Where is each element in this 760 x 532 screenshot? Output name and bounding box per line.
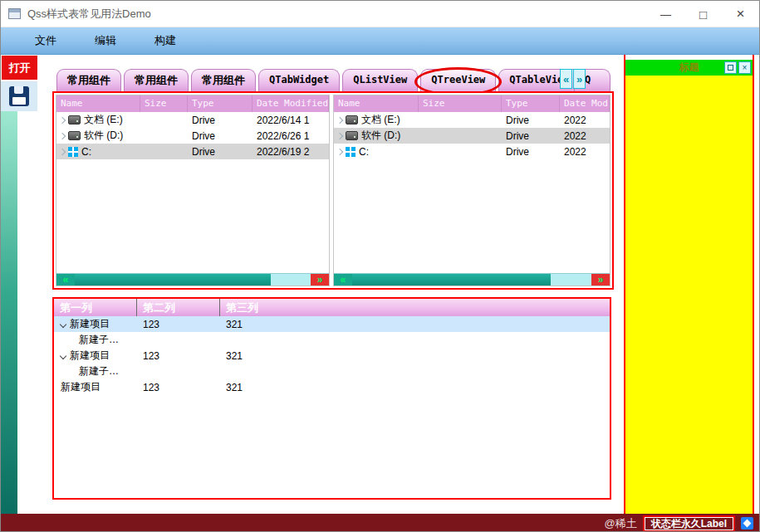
juejin-logo-icon <box>741 517 753 530</box>
branch-chevron-icon[interactable] <box>336 116 343 123</box>
watermark-text: @稀土 <box>604 516 636 531</box>
lower-tree-header: 第一列 第二列 第三列 <box>54 299 610 316</box>
scroll-handle[interactable] <box>75 274 271 286</box>
open-button[interactable]: 打开 <box>2 56 37 80</box>
menu-item-file[interactable]: 文件 <box>16 28 76 53</box>
header-cell-size[interactable]: Size <box>140 95 188 112</box>
name-cell: 文档 (E:) <box>334 112 419 128</box>
scroll-track[interactable] <box>75 274 311 286</box>
branch-expanded-icon[interactable] <box>60 352 66 359</box>
value-cell: 123 <box>137 319 220 330</box>
size-cell <box>140 128 188 144</box>
tab-qtreeview[interactable]: QTreeView <box>420 69 496 91</box>
header-cell-col1[interactable]: 第一列 <box>54 299 137 316</box>
size-cell <box>140 144 188 159</box>
column-header: Name Size Type Date Modified <box>56 95 329 112</box>
dock-content <box>625 76 753 514</box>
drive-icon <box>346 115 358 124</box>
drive-icon <box>68 115 81 124</box>
header-cell-type[interactable]: Type <box>502 95 560 112</box>
tree-row-selected[interactable]: 软件 (D:) Drive 2022 <box>334 128 610 144</box>
tab-bar: 常用组件 常用组件 常用组件 QTabWidget QListView QTre… <box>52 64 614 91</box>
type-cell: Drive <box>188 144 253 159</box>
name-cell: C: <box>334 144 419 159</box>
menu-item-build[interactable]: 构建 <box>135 28 195 53</box>
tab-scroll-right-button[interactable]: » <box>573 69 586 89</box>
type-cell: Drive <box>188 128 253 144</box>
tree-row[interactable]: 文档 (E:) Drive 2022/6/14 1 <box>56 112 329 128</box>
maximize-button[interactable]: □ <box>684 1 722 27</box>
scroll-left-button[interactable]: « <box>334 274 352 286</box>
header-cell-date[interactable]: Date Modified <box>560 95 610 112</box>
app-window: Qss样式表常见用法Demo — □ × 文件 编辑 构建 打开 常用组件 常用… <box>0 0 760 532</box>
tree-row[interactable]: 文档 (E:) Drive 2022 <box>334 112 610 128</box>
scroll-right-button[interactable]: » <box>311 274 329 286</box>
scroll-right-button[interactable]: » <box>591 274 610 286</box>
branch-chevron-icon[interactable] <box>336 132 343 139</box>
column-header: Name Size Type Date Modified <box>334 95 610 112</box>
branch-chevron-icon[interactable] <box>59 116 66 123</box>
tab-common-widgets-2[interactable]: 常用组件 <box>124 69 189 91</box>
tab-common-widgets-3[interactable]: 常用组件 <box>191 69 256 91</box>
save-button[interactable] <box>1 81 37 111</box>
dock-close-button[interactable]: × <box>738 61 751 74</box>
branch-chevron-icon[interactable] <box>59 148 66 154</box>
dock-titlebar[interactable]: 标题 × <box>625 60 753 76</box>
tree-row[interactable]: C: Drive 2022 <box>334 144 610 159</box>
scroll-left-button[interactable]: « <box>56 274 75 286</box>
value-cell: 123 <box>137 350 220 362</box>
branch-expanded-icon[interactable] <box>60 320 66 327</box>
window-controls: — □ × <box>647 1 759 27</box>
tab-qtabwidget[interactable]: QTabWidget <box>258 69 340 91</box>
tree-row[interactable]: 软件 (D:) Drive 2022/6/26 1 <box>56 128 329 144</box>
header-cell-size[interactable]: Size <box>419 95 502 112</box>
tree-row[interactable]: 新建子… <box>54 364 610 379</box>
tree-view-left: Name Size Type Date Modified 文档 (E:) Dri… <box>56 95 330 286</box>
window-title: Qss样式表常见用法Demo <box>27 7 151 22</box>
date-cell: 2022/6/19 2 <box>253 144 329 159</box>
size-cell <box>140 112 188 128</box>
scroll-track[interactable] <box>352 274 591 286</box>
tab-qtreeview-label: QTreeView <box>431 74 485 85</box>
tree-row[interactable]: 新建子… <box>54 332 610 348</box>
tree-empty-area <box>56 159 329 273</box>
float-icon <box>728 65 733 71</box>
drive-icon <box>68 131 81 140</box>
tree-row[interactable]: 新建项目 123 321 <box>54 348 610 364</box>
type-cell: Drive <box>502 112 560 128</box>
scroll-handle[interactable] <box>352 274 551 286</box>
tree-row[interactable]: 新建项目 123 321 <box>54 379 610 395</box>
value-cell: 321 <box>220 350 610 362</box>
row-label: C: <box>81 146 91 158</box>
central-area: 常用组件 常用组件 常用组件 QTabWidget QListView QTre… <box>39 55 624 514</box>
minimize-button[interactable]: — <box>647 1 684 27</box>
header-cell-name[interactable]: Name <box>334 95 419 112</box>
branch-chevron-icon[interactable] <box>336 148 343 154</box>
tab-common-widgets-1[interactable]: 常用组件 <box>56 69 121 91</box>
row-label: 软件 (D:) <box>84 129 123 143</box>
tree-row-selected[interactable]: C: Drive 2022/6/19 2 <box>56 144 329 159</box>
dock-float-button[interactable] <box>724 61 737 74</box>
item-cell: 新建子… <box>54 332 137 348</box>
tab-scrollers: « » <box>560 69 586 89</box>
header-cell-type[interactable]: Type <box>188 95 253 112</box>
header-cell-name[interactable]: Name <box>56 95 140 112</box>
date-cell: 2022/6/14 1 <box>253 112 329 128</box>
header-cell-date[interactable]: Date Modified <box>253 95 329 112</box>
windows-logo-icon <box>346 147 355 157</box>
title-bar: Qss样式表常见用法Demo — □ × <box>1 1 759 27</box>
name-cell: C: <box>56 144 140 159</box>
windows-logo-icon <box>68 147 78 157</box>
tree-row-selected[interactable]: 新建项目 123 321 <box>54 316 610 332</box>
name-cell: 软件 (D:) <box>56 128 140 144</box>
tab-qlistview[interactable]: QListView <box>342 69 418 91</box>
header-cell-col2[interactable]: 第二列 <box>137 299 220 316</box>
menu-item-edit[interactable]: 编辑 <box>76 28 135 53</box>
branch-chevron-icon[interactable] <box>59 132 66 139</box>
row-label: 文档 (E:) <box>361 113 400 127</box>
header-cell-col3[interactable]: 第三列 <box>220 299 610 316</box>
toolbar-strip <box>1 111 17 514</box>
tab-scroll-left-button[interactable]: « <box>560 69 572 89</box>
close-button[interactable]: × <box>722 1 759 27</box>
row-label: 新建子… <box>79 333 119 347</box>
